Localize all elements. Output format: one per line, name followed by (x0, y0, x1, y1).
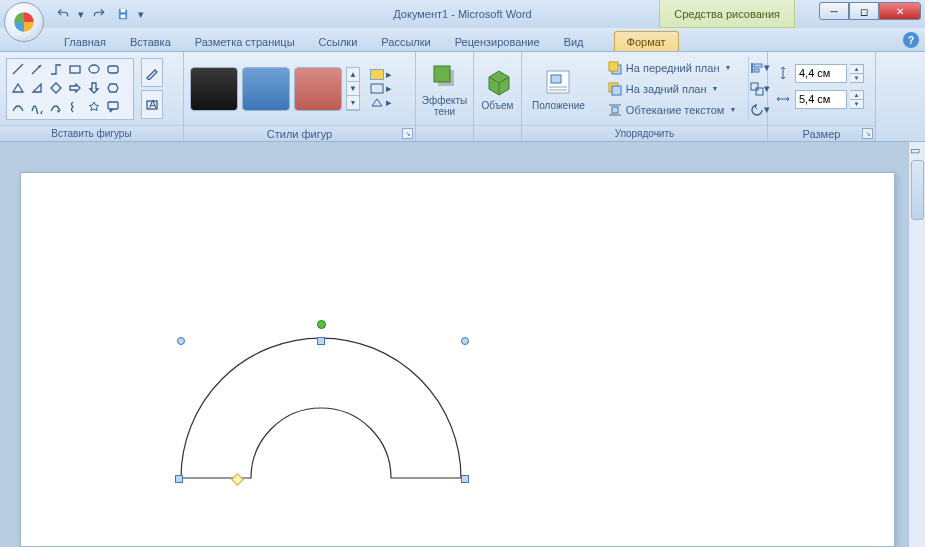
svg-rect-29 (756, 88, 763, 95)
change-shape-button[interactable]: ▸ (370, 96, 404, 109)
svg-rect-2 (121, 15, 126, 18)
group-arrange: Положение На передний план▼ На задний пл… (522, 52, 768, 141)
height-icon (774, 64, 792, 82)
shape-fill-button[interactable]: ▸ (370, 68, 404, 81)
svg-rect-13 (434, 66, 450, 82)
position-icon (542, 66, 574, 98)
shape-outline-button[interactable]: ▸ (370, 82, 404, 95)
scrollbar-thumb[interactable] (911, 160, 924, 220)
undo-dropdown[interactable]: ▾ (76, 3, 86, 25)
group-label-insert-shapes: Вставить фигуры (0, 125, 183, 141)
svg-line-3 (13, 64, 23, 74)
save-button[interactable] (112, 3, 134, 25)
svg-rect-21 (612, 86, 621, 95)
3d-icon (482, 66, 514, 98)
group-shadow-effects: Эффекты тени (416, 52, 474, 141)
shape-connector-icon[interactable] (47, 61, 64, 78)
shape-right-triangle-icon[interactable] (28, 80, 45, 97)
shape-curve1-icon[interactable] (9, 99, 26, 116)
width-icon (774, 90, 792, 108)
shadow-effects-button[interactable]: Эффекты тени (416, 56, 473, 122)
shape-down-arrow-icon[interactable] (85, 80, 102, 97)
qat-customize-dropdown[interactable]: ▾ (136, 3, 146, 25)
shape-line-icon[interactable] (9, 61, 26, 78)
svg-point-6 (89, 65, 99, 73)
undo-button[interactable] (52, 3, 74, 25)
svg-rect-27 (754, 69, 759, 72)
shape-styles-launcher[interactable]: ↘ (402, 128, 413, 139)
shape-arrow-icon[interactable] (28, 61, 45, 78)
width-spinner[interactable]: ▲▼ (850, 90, 864, 109)
shape-diamond-icon[interactable] (47, 80, 64, 97)
shape-hexagon-icon[interactable] (104, 80, 121, 97)
shape-width-input[interactable] (795, 90, 847, 109)
contextual-tab-label: Средства рисования (659, 0, 795, 28)
ribbon-tabs: Главная Вставка Разметка страницы Ссылки… (0, 28, 925, 52)
send-to-back-button[interactable]: На задний план▼ (603, 78, 740, 99)
svg-rect-19 (609, 62, 618, 71)
shape-curve-arrow-icon[interactable] (47, 99, 64, 116)
styles-gallery-scroller[interactable]: ▲▼▾ (346, 67, 360, 111)
svg-rect-1 (121, 9, 126, 13)
shape-rounded-rect-icon[interactable] (104, 61, 121, 78)
shape-callout-icon[interactable] (104, 99, 121, 116)
shape-triangle-icon[interactable] (9, 80, 26, 97)
close-button[interactable]: ✕ (879, 2, 921, 20)
title-bar: ▾ ▾ Документ1 - Microsoft Word Средства … (0, 0, 925, 28)
shape-style-black[interactable] (190, 67, 238, 111)
shape-height-input[interactable] (795, 64, 847, 83)
size-launcher[interactable]: ↘ (862, 128, 873, 139)
tab-insert[interactable]: Вставка (118, 32, 183, 51)
tab-format[interactable]: Формат (614, 31, 679, 51)
shapes-gallery[interactable] (6, 58, 134, 120)
minimize-button[interactable]: ─ (819, 2, 849, 20)
page[interactable] (20, 172, 895, 547)
connection-handle-left[interactable] (177, 337, 185, 345)
3d-effects-button[interactable]: Объем (476, 56, 520, 122)
shape-star-icon[interactable] (85, 99, 102, 116)
rotation-handle[interactable] (317, 320, 326, 329)
shape-right-arrow-icon[interactable] (66, 80, 83, 97)
resize-handle-bottom-right[interactable] (461, 475, 469, 483)
svg-text:A: A (149, 98, 157, 110)
connection-handle-right[interactable] (461, 337, 469, 345)
shape-style-blue[interactable] (242, 67, 290, 111)
shape-oval-icon[interactable] (85, 61, 102, 78)
send-back-icon (607, 81, 623, 97)
svg-rect-15 (551, 75, 561, 83)
bring-to-front-button[interactable]: На передний план▼ (603, 57, 740, 78)
text-wrapping-button[interactable]: Обтекание текстом▼ (603, 99, 740, 120)
text-box-button[interactable]: A (141, 90, 163, 119)
redo-button[interactable] (88, 3, 110, 25)
tab-page-layout[interactable]: Разметка страницы (183, 32, 307, 51)
shape-curve2-icon[interactable] (28, 99, 45, 116)
resize-handle-top[interactable] (317, 337, 325, 345)
shape-brace-icon[interactable] (66, 99, 83, 116)
position-button[interactable]: Положение (526, 56, 591, 122)
group-label-size: Размер↘ (768, 125, 875, 141)
tab-home[interactable]: Главная (52, 32, 118, 51)
help-button[interactable]: ? (903, 32, 919, 48)
window-controls: ─ ◻ ✕ (819, 2, 921, 20)
resize-handle-bottom-left[interactable] (175, 475, 183, 483)
shape-rectangle-icon[interactable] (66, 61, 83, 78)
selected-shape-block-arc[interactable] (161, 318, 481, 498)
quick-access-toolbar: ▾ ▾ (52, 3, 146, 25)
group-label-3d (474, 125, 521, 141)
tab-view[interactable]: Вид (552, 32, 596, 51)
tab-mailings[interactable]: Рассылки (369, 32, 442, 51)
maximize-button[interactable]: ◻ (849, 2, 879, 20)
svg-rect-8 (108, 102, 118, 109)
shadow-icon (429, 61, 461, 93)
tab-references[interactable]: Ссылки (307, 32, 370, 51)
split-icon[interactable]: ▭ (910, 144, 924, 158)
text-wrap-icon (607, 102, 623, 118)
vertical-scrollbar[interactable]: ▭ (908, 142, 925, 547)
edit-shape-button[interactable] (141, 58, 163, 87)
group-label-shape-styles: Стили фигур↘ (184, 125, 415, 141)
height-spinner[interactable]: ▲▼ (850, 64, 864, 83)
group-label-shadow (416, 125, 473, 141)
office-button[interactable] (4, 2, 44, 42)
shape-style-red[interactable] (294, 67, 342, 111)
tab-review[interactable]: Рецензирование (443, 32, 552, 51)
